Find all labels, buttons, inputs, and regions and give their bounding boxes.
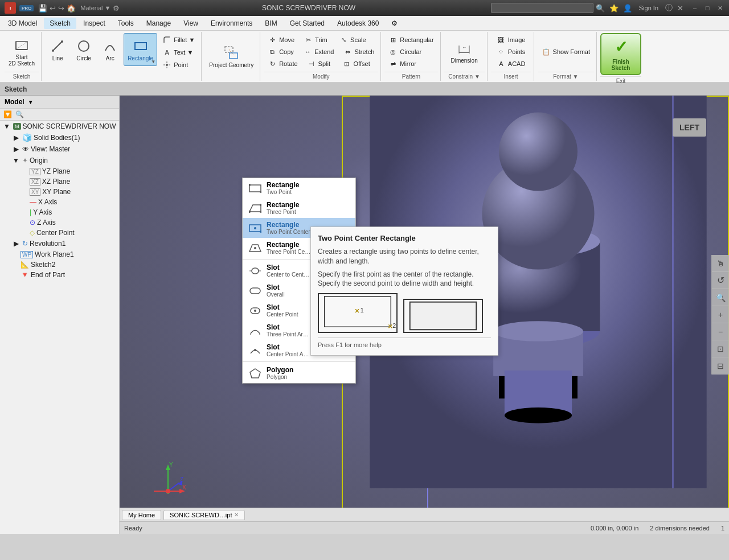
copy-button[interactable]: ⧉ Copy	[264, 46, 298, 57]
circle-button[interactable]: Circle	[71, 33, 96, 66]
tree-item-revolution1[interactable]: ▶ ↻ Revolution1	[0, 238, 119, 249]
trim-button[interactable]: ✂ Trim	[300, 34, 334, 46]
menu-view[interactable]: View	[178, 18, 204, 29]
show-format-button[interactable]: 📋 Show Format	[538, 46, 594, 57]
tree-item-work-plane1[interactable]: WP Work Plane1	[0, 249, 119, 260]
view-expand-icon: ▶	[11, 145, 21, 154]
tab-close-icon[interactable]: ✕	[234, 512, 239, 518]
viewport[interactable]: LEFT 🖱 ↺ 🔍 + − ⊡ ⊟ Y X Z	[120, 96, 729, 534]
search-icon[interactable]: 🔍	[596, 4, 605, 13]
extend-button[interactable]: ↔ Extend	[299, 46, 338, 57]
arc-button[interactable]: Arc	[97, 33, 122, 66]
close-x-icon[interactable]: ✕	[677, 4, 683, 13]
left-label[interactable]: LEFT	[673, 118, 706, 137]
image-button[interactable]: 🖼 Image	[493, 34, 530, 46]
tab-my-home[interactable]: My Home	[122, 510, 161, 520]
fillet-button[interactable]: Fillet ▼	[158, 34, 199, 46]
revolution-label: Revolution1	[30, 240, 117, 248]
tree-item-end-of-part[interactable]: 🔻 End of Part	[0, 270, 119, 280]
menu-autodesk360[interactable]: Autodesk 360	[331, 18, 384, 29]
redo-icon[interactable]: ↪	[58, 4, 64, 13]
filter-icon[interactable]: 🔽	[3, 110, 12, 118]
tree-item-view-master[interactable]: ▶ 👁 View: Master	[0, 143, 119, 155]
circular-button[interactable]: ◎ Circular	[384, 46, 425, 57]
material-dropdown[interactable]: Material ▼	[80, 5, 110, 11]
rectangle-icon	[133, 38, 149, 54]
sign-in-button[interactable]: Sign In	[639, 5, 658, 11]
mirror-button[interactable]: ⇌ Mirror	[384, 58, 420, 69]
stretch-button[interactable]: ⇔ Stretch	[339, 46, 378, 57]
tooltip-title: Two Point Center Rectangle	[318, 234, 491, 242]
rect-three-point-text: Rectangle Three Point	[267, 201, 299, 215]
finish-sketch-button[interactable]: ✓ FinishSketch	[600, 33, 641, 75]
menu-3d-model[interactable]: 3D Model	[2, 18, 43, 29]
settings-icon[interactable]: ⚙	[113, 4, 120, 13]
tree-item-y-axis[interactable]: | Y Axis	[0, 207, 119, 217]
tooltip-press-f1: Press F1 for more help	[318, 337, 491, 348]
split-button[interactable]: ⊣ Split	[303, 58, 337, 69]
model-dropdown-arrow[interactable]: ▼	[28, 99, 34, 105]
vp-fit-icon[interactable]: ⊡	[712, 340, 729, 357]
start-2d-sketch-button[interactable]: Start2D Sketch	[5, 35, 39, 68]
vp-ortho-icon[interactable]: ⊟	[712, 357, 729, 374]
title-bar: I PRO 💾 ↩ ↪ 🏠 Material ▼ ⚙ SONIC SCREWDR…	[0, 0, 729, 16]
rectangular-button[interactable]: ⊞ Rectangular	[384, 34, 437, 46]
tree-item-origin[interactable]: ▼ ✦ Origin	[0, 155, 119, 166]
vp-zoom-icon[interactable]: 🔍	[712, 289, 729, 306]
y-axis-label: Y Axis	[33, 208, 117, 216]
text-button[interactable]: A Text ▼	[158, 47, 199, 58]
svg-point-63	[254, 349, 256, 351]
line-button[interactable]: Line	[45, 33, 70, 66]
search-model-icon[interactable]: 🔍	[15, 110, 24, 118]
dropdown-polygon[interactable]: Polygon Polygon	[243, 363, 355, 383]
undo-icon[interactable]: ↩	[50, 4, 56, 13]
tree-item-center-point[interactable]: ◇ Center Point	[0, 228, 119, 238]
close-button[interactable]: ✕	[715, 3, 724, 13]
tree-item-solid-bodies[interactable]: ▶ 🧊 Solid Bodies(1)	[0, 132, 119, 143]
dropdown-rect-two-point[interactable]: Rectangle Two Point	[243, 178, 355, 198]
project-geometry-button[interactable]: Project Geometry	[205, 40, 257, 73]
menu-gear[interactable]: ⚙	[386, 18, 403, 29]
vp-rotate-icon[interactable]: ↺	[712, 272, 729, 289]
tree-item-x-axis[interactable]: — X Axis	[0, 197, 119, 207]
menu-inspect[interactable]: Inspect	[77, 18, 111, 29]
menu-sketch[interactable]: Sketch	[44, 18, 76, 29]
minimize-button[interactable]: –	[690, 3, 699, 13]
info-icon[interactable]: ⓘ	[665, 3, 673, 13]
offset-button[interactable]: ⊡ Offset	[338, 58, 374, 69]
vp-zoom-out-icon[interactable]: −	[712, 323, 729, 340]
tree-item-xz-plane[interactable]: XZ XZ Plane	[0, 176, 119, 187]
scale-button[interactable]: ⤡ Scale	[335, 34, 370, 46]
rotate-button[interactable]: ↻ Rotate	[264, 58, 301, 69]
menu-manage[interactable]: Manage	[141, 18, 177, 29]
ribbon-group-project: Project Geometry	[203, 32, 260, 81]
save-icon[interactable]: 💾	[38, 4, 47, 13]
dimension-button[interactable]: ↔ Dimension	[447, 35, 481, 68]
menu-get-started[interactable]: Get Started	[284, 18, 330, 29]
bookmark-icon[interactable]: ⭐	[609, 4, 619, 13]
acad-button[interactable]: A ACAD	[493, 58, 530, 69]
vp-zoom-in-icon[interactable]: +	[712, 306, 729, 323]
points-button[interactable]: ⁘ Points	[493, 46, 530, 57]
tree-item-xy-plane[interactable]: XY XY Plane	[0, 187, 119, 197]
sidebar-header[interactable]: Model ▼	[0, 96, 119, 109]
tree-item-z-axis[interactable]: ⊙ Z Axis	[0, 217, 119, 228]
z-axis-label: Z Axis	[37, 219, 117, 227]
menu-tools[interactable]: Tools	[112, 18, 140, 29]
rectangle-button[interactable]: Rectangle ▼	[124, 33, 157, 66]
point-button[interactable]: Point	[158, 59, 199, 71]
home-icon[interactable]: 🏠	[67, 4, 76, 13]
maximize-button[interactable]: □	[703, 3, 712, 13]
menu-bim[interactable]: BIM	[259, 18, 282, 29]
tab-sonic-screwdriver[interactable]: SONIC SCREWD…ipt ✕	[163, 510, 245, 520]
rect-dropdown-arrow[interactable]: ▼	[151, 59, 155, 64]
dropdown-rect-three-point[interactable]: Rectangle Three Point	[243, 198, 355, 218]
menu-environments[interactable]: Environments	[205, 18, 258, 29]
user-icon[interactable]: 👤	[623, 4, 632, 13]
tree-item-sketch2[interactable]: 📐 Sketch2	[0, 260, 119, 270]
vp-pan-icon[interactable]: 🖱	[712, 255, 729, 272]
tree-item-yz-plane[interactable]: YZ YZ Plane	[0, 166, 119, 176]
search-input[interactable]	[491, 3, 593, 13]
move-button[interactable]: ✛ Move	[264, 34, 298, 46]
tree-item-sonic[interactable]: ▼ M SONIC SCREWDRIVER NOW	[0, 121, 119, 132]
